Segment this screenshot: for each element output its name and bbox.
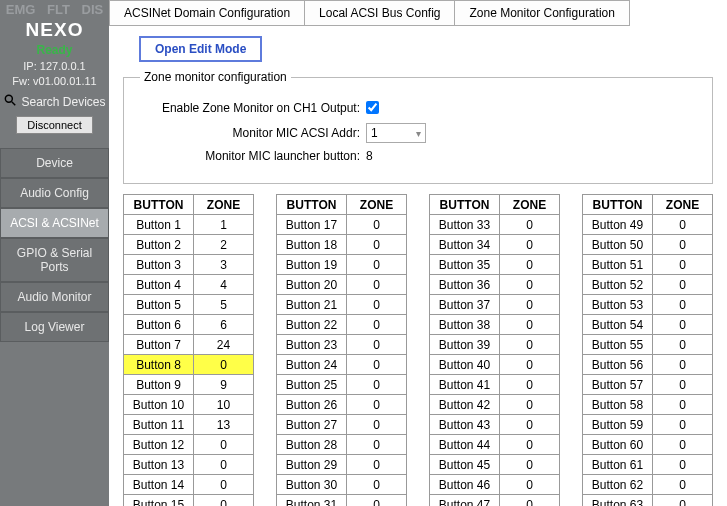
table-row[interactable]: Button 500 [583, 235, 713, 255]
table-row[interactable]: Button 1010 [124, 395, 254, 415]
table-row[interactable]: Button 490 [583, 215, 713, 235]
button-cell: Button 50 [583, 235, 653, 255]
table-row[interactable]: Button 520 [583, 275, 713, 295]
table-row[interactable]: Button 350 [430, 255, 560, 275]
button-cell: Button 10 [124, 395, 194, 415]
table-row[interactable]: Button 360 [430, 275, 560, 295]
table-row[interactable]: Button 120 [124, 435, 254, 455]
tab-local-acsi-bus-config[interactable]: Local ACSI Bus Config [305, 0, 455, 26]
table-row[interactable]: Button 370 [430, 295, 560, 315]
table-row[interactable]: Button 440 [430, 435, 560, 455]
table-row[interactable]: Button 140 [124, 475, 254, 495]
table-row[interactable]: Button 390 [430, 335, 560, 355]
sidebar: EMG FLT DIS NEXO Ready IP: 127.0.0.1 Fw:… [0, 0, 109, 506]
table-row[interactable]: Button 22 [124, 235, 254, 255]
table-row[interactable]: Button 380 [430, 315, 560, 335]
table-row[interactable]: Button 470 [430, 495, 560, 507]
button-cell: Button 57 [583, 375, 653, 395]
nav-item-device[interactable]: Device [0, 148, 109, 178]
button-cell: Button 1 [124, 215, 194, 235]
table-row[interactable]: Button 80 [124, 355, 254, 375]
table-row[interactable]: Button 260 [277, 395, 407, 415]
table-row[interactable]: Button 290 [277, 455, 407, 475]
table-row[interactable]: Button 130 [124, 455, 254, 475]
table-row[interactable]: Button 190 [277, 255, 407, 275]
table-row[interactable]: Button 180 [277, 235, 407, 255]
svg-point-0 [6, 95, 13, 102]
tab-zone-monitor-configuration[interactable]: Zone Monitor Configuration [455, 0, 629, 26]
table-row[interactable]: Button 340 [430, 235, 560, 255]
table-row[interactable]: Button 610 [583, 455, 713, 475]
table-row[interactable]: Button 724 [124, 335, 254, 355]
zone-cell: 0 [347, 475, 407, 495]
zone-cell: 0 [653, 395, 713, 415]
button-cell: Button 61 [583, 455, 653, 475]
table-row[interactable]: Button 66 [124, 315, 254, 335]
table-row[interactable]: Button 300 [277, 475, 407, 495]
table-row[interactable]: Button 400 [430, 355, 560, 375]
table-row[interactable]: Button 420 [430, 395, 560, 415]
nav-item-gpio-serial-ports[interactable]: GPIO & Serial Ports [0, 238, 109, 282]
table-row[interactable]: Button 11 [124, 215, 254, 235]
table-row[interactable]: Button 330 [430, 215, 560, 235]
table-row[interactable]: Button 210 [277, 295, 407, 315]
table-row[interactable]: Button 560 [583, 355, 713, 375]
button-cell: Button 24 [277, 355, 347, 375]
button-zone-tables: BUTTONZONEButton 11Button 22Button 33But… [123, 194, 713, 506]
table-row[interactable]: Button 550 [583, 335, 713, 355]
table-row[interactable]: Button 99 [124, 375, 254, 395]
table-row[interactable]: Button 200 [277, 275, 407, 295]
search-devices-link[interactable]: Search Devices [0, 93, 109, 110]
disconnect-button[interactable]: Disconnect [16, 116, 92, 134]
table-row[interactable]: Button 33 [124, 255, 254, 275]
nav-item-audio-config[interactable]: Audio Config [0, 178, 109, 208]
col-header-zone: ZONE [500, 195, 560, 215]
button-cell: Button 39 [430, 335, 500, 355]
button-zone-table: BUTTONZONEButton 11Button 22Button 33But… [123, 194, 254, 506]
table-row[interactable]: Button 170 [277, 215, 407, 235]
table-row[interactable]: Button 590 [583, 415, 713, 435]
table-row[interactable]: Button 55 [124, 295, 254, 315]
button-cell: Button 37 [430, 295, 500, 315]
table-row[interactable]: Button 430 [430, 415, 560, 435]
tab-acsinet-domain-configuration[interactable]: ACSINet Domain Configuration [109, 0, 305, 26]
table-row[interactable]: Button 530 [583, 295, 713, 315]
nav-item-acsi-acsinet[interactable]: ACSI & ACSINet [0, 208, 109, 238]
button-cell: Button 63 [583, 495, 653, 507]
table-row[interactable]: Button 600 [583, 435, 713, 455]
table-row[interactable]: Button 250 [277, 375, 407, 395]
button-cell: Button 7 [124, 335, 194, 355]
zone-cell: 6 [194, 315, 254, 335]
table-row[interactable]: Button 630 [583, 495, 713, 507]
zone-cell: 0 [500, 415, 560, 435]
table-row[interactable]: Button 450 [430, 455, 560, 475]
enable-zone-monitor-checkbox[interactable] [366, 101, 379, 114]
table-row[interactable]: Button 510 [583, 255, 713, 275]
button-cell: Button 19 [277, 255, 347, 275]
table-row[interactable]: Button 270 [277, 415, 407, 435]
open-edit-mode-button[interactable]: Open Edit Mode [139, 36, 262, 62]
table-row[interactable]: Button 220 [277, 315, 407, 335]
nav-item-audio-monitor[interactable]: Audio Monitor [0, 282, 109, 312]
button-cell: Button 52 [583, 275, 653, 295]
table-row[interactable]: Button 230 [277, 335, 407, 355]
table-row[interactable]: Button 240 [277, 355, 407, 375]
button-cell: Button 35 [430, 255, 500, 275]
table-row[interactable]: Button 410 [430, 375, 560, 395]
table-row[interactable]: Button 280 [277, 435, 407, 455]
table-row[interactable]: Button 570 [583, 375, 713, 395]
zone-cell: 0 [500, 455, 560, 475]
mic-addr-select[interactable]: 1 [366, 123, 426, 143]
button-cell: Button 30 [277, 475, 347, 495]
table-row[interactable]: Button 620 [583, 475, 713, 495]
table-row[interactable]: Button 460 [430, 475, 560, 495]
col-header-button: BUTTON [124, 195, 194, 215]
table-row[interactable]: Button 150 [124, 495, 254, 507]
table-row[interactable]: Button 540 [583, 315, 713, 335]
nav-item-log-viewer[interactable]: Log Viewer [0, 312, 109, 342]
table-row[interactable]: Button 44 [124, 275, 254, 295]
table-row[interactable]: Button 310 [277, 495, 407, 507]
table-row[interactable]: Button 1113 [124, 415, 254, 435]
table-row[interactable]: Button 580 [583, 395, 713, 415]
zone-cell: 13 [194, 415, 254, 435]
